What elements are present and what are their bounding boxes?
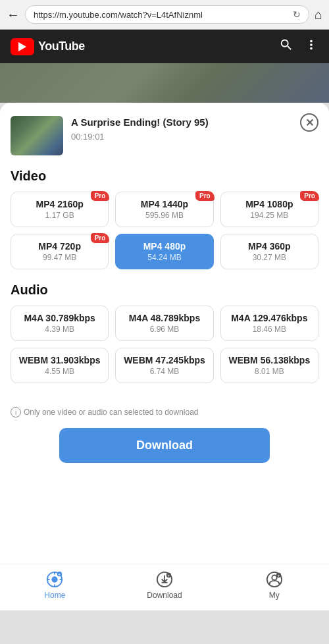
quality-name: MP4 480p <box>121 241 207 252</box>
quality-size: 8.01 MB <box>226 367 313 376</box>
modal-close-button[interactable]: ✕ <box>300 113 318 132</box>
video-meta: A Surprise Ending! (Story 95) 00:19:01 <box>71 116 209 142</box>
audio-quality-grid: M4A 30.789kbps 4.39 MB M4A 48.789kbps 6.… <box>11 306 318 383</box>
quality-name: M4A 48.789kbps <box>121 313 207 323</box>
video-quality-mp4-1440p[interactable]: Pro MP4 1440p 595.96 MB <box>115 192 213 227</box>
reload-icon[interactable]: ↻ <box>293 9 301 20</box>
quality-name: M4A 129.476kbps <box>226 313 313 323</box>
youtube-header: YouTube <box>0 30 329 63</box>
quality-size: 595.96 MB <box>121 211 207 220</box>
video-duration: 00:19:01 <box>71 132 209 142</box>
bottom-navigation: + Home + Download + My <box>0 564 329 610</box>
nav-my-label: My <box>269 591 280 600</box>
info-icon: i <box>11 407 21 417</box>
nav-download-label: Download <box>147 591 182 600</box>
quality-size: 99.47 MB <box>16 253 103 262</box>
youtube-logo-icon <box>11 38 34 55</box>
url-text: https://m.youtube.com/watch?v=L4tAfNiznm… <box>34 10 203 20</box>
quality-size: 18.46 MB <box>226 325 313 334</box>
audio-quality-m4a-129[interactable]: M4A 129.476kbps 18.46 MB <box>220 306 318 341</box>
quality-name: MP4 2160p <box>16 199 103 209</box>
youtube-logo-text: YouTube <box>38 40 85 53</box>
quality-name: WEBM 56.138kbps <box>226 355 313 365</box>
quality-name: WEBM 47.245kbps <box>121 355 207 365</box>
svg-point-1 <box>52 576 58 582</box>
video-quality-mp4-720p[interactable]: Pro MP4 720p 99.47 MB <box>11 234 109 269</box>
quality-size: 6.96 MB <box>121 325 207 334</box>
search-icon[interactable] <box>279 38 293 55</box>
nav-item-my[interactable]: + My <box>219 571 329 600</box>
browser-url-bar[interactable]: https://m.youtube.com/watch?v=L4tAfNiznm… <box>25 5 309 24</box>
browser-home-button[interactable]: ⌂ <box>315 7 322 22</box>
pro-badge: Pro <box>91 191 110 201</box>
browser-back-button[interactable]: ← <box>7 7 20 22</box>
video-quality-mp4-480p[interactable]: MP4 480p 54.24 MB <box>115 234 213 269</box>
nav-item-download[interactable]: + Download <box>110 571 220 600</box>
audio-quality-webm-31[interactable]: WEBM 31.903kbps 4.55 MB <box>11 348 109 383</box>
video-quality-grid: Pro MP4 2160p 1.17 GB Pro MP4 1440p 595.… <box>11 192 318 269</box>
quality-size: 4.55 MB <box>16 367 103 376</box>
video-info: A Surprise Ending! (Story 95) 00:19:01 <box>11 116 318 155</box>
video-background <box>0 63 329 103</box>
audio-section: Audio M4A 30.789kbps 4.39 MB M4A 48.789k… <box>11 282 318 383</box>
video-title: A Surprise Ending! (Story 95) <box>71 117 209 128</box>
quality-size: 30.27 MB <box>226 253 313 262</box>
quality-name: M4A 30.789kbps <box>16 313 103 323</box>
svg-point-13 <box>272 576 276 580</box>
download-button[interactable]: Download <box>59 428 270 463</box>
quality-size: 194.25 MB <box>226 211 313 220</box>
quality-size: 6.74 MB <box>121 367 207 376</box>
audio-quality-webm-47[interactable]: WEBM 47.245kbps 6.74 MB <box>115 348 213 383</box>
download-section: i Only one video or audio can selected t… <box>11 396 318 476</box>
video-bg-image <box>0 63 329 103</box>
quality-name: MP4 360p <box>226 241 313 252</box>
quality-name: MP4 1440p <box>121 199 207 209</box>
quality-name: WEBM 31.903kbps <box>16 355 103 365</box>
video-quality-mp4-360p[interactable]: MP4 360p 30.27 MB <box>220 234 318 269</box>
info-message: Only one video or audio can selected to … <box>24 408 199 417</box>
audio-quality-m4a-30[interactable]: M4A 30.789kbps 4.39 MB <box>11 306 109 341</box>
quality-size: 1.17 GB <box>16 211 103 220</box>
audio-quality-webm-56[interactable]: WEBM 56.138kbps 8.01 MB <box>220 348 318 383</box>
youtube-logo[interactable]: YouTube <box>11 38 85 55</box>
more-options-icon[interactable] <box>304 38 318 55</box>
pro-badge: Pro <box>91 233 110 243</box>
video-quality-mp4-2160p[interactable]: Pro MP4 2160p 1.17 GB <box>11 192 109 227</box>
browser-bar: ← https://m.youtube.com/watch?v=L4tAfNiz… <box>0 0 329 30</box>
info-text-row: i Only one video or audio can selected t… <box>11 407 318 417</box>
audio-section-title: Audio <box>11 282 318 298</box>
video-quality-mp4-1080p[interactable]: Pro MP4 1080p 194.25 MB <box>220 192 318 227</box>
video-thumbnail <box>11 116 63 155</box>
youtube-header-icons <box>279 38 318 55</box>
pro-badge: Pro <box>300 191 319 201</box>
nav-home-label: Home <box>44 591 65 600</box>
quality-size: 4.39 MB <box>16 325 103 334</box>
pro-badge: Pro <box>195 191 215 201</box>
audio-quality-m4a-48[interactable]: M4A 48.789kbps 6.96 MB <box>115 306 213 341</box>
quality-name: MP4 720p <box>16 241 103 252</box>
nav-item-home[interactable]: + Home <box>0 571 110 600</box>
video-thumb-image <box>11 116 63 155</box>
video-section-title: Video <box>11 169 318 184</box>
quality-size: 54.24 MB <box>121 253 207 262</box>
quality-name: MP4 1080p <box>226 199 313 209</box>
download-modal: ✕ A Surprise Ending! (Story 95) 00:19:01… <box>0 103 329 564</box>
